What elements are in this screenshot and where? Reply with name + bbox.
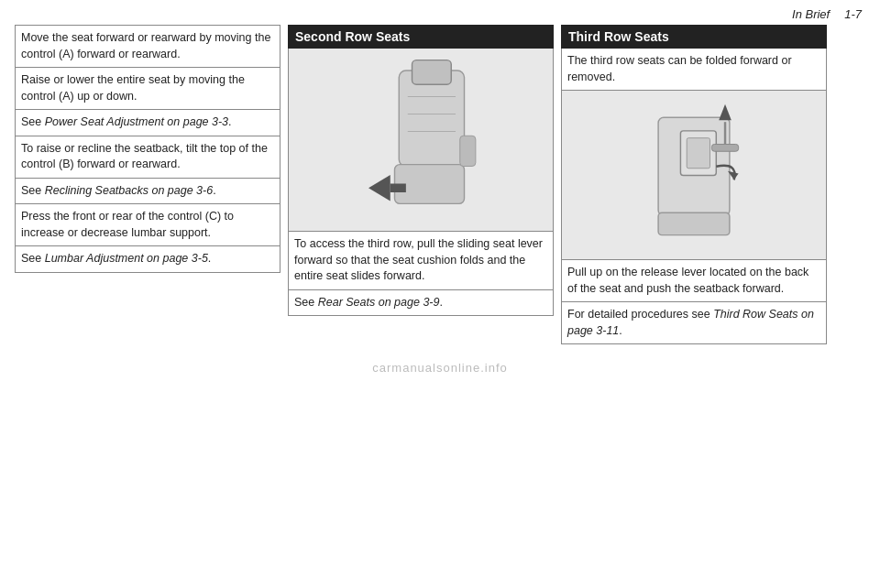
lever-svg: [630, 95, 758, 256]
svg-marker-3: [368, 175, 390, 201]
page-number: 1-7: [844, 7, 862, 21]
second-row-desc: To access the third row, pull the slidin…: [288, 232, 554, 290]
content-area: Move the seat forward or rearward by mov…: [0, 25, 880, 344]
info-row-1: Move the seat forward or rearward by mov…: [15, 25, 280, 67]
svg-rect-12: [711, 144, 738, 151]
second-row-title: Second Row Seats: [288, 25, 554, 49]
info-row-6: Press the front or rear of the control (…: [15, 203, 280, 245]
second-row-image: [288, 49, 554, 232]
svg-rect-2: [412, 60, 452, 84]
third-row-text2: Pull up on the release lever located on …: [561, 260, 827, 302]
left-column: Move the seat forward or rearward by mov…: [15, 25, 280, 344]
second-row-see: See Rear Seats on page 3‑9.: [288, 290, 554, 317]
svg-rect-16: [658, 212, 730, 234]
watermark-text: carmanualsonline.info: [372, 361, 507, 375]
svg-marker-14: [719, 103, 732, 120]
third-row-title: Third Row Seats: [561, 25, 827, 49]
third-row-text3: For detailed procedures see Third Row Se…: [561, 302, 827, 344]
third-row-image: [561, 91, 827, 260]
info-row-7: See Lumbar Adjustment on page 3‑5.: [15, 245, 280, 273]
section-title-header: In Brief: [792, 7, 830, 21]
svg-rect-4: [390, 183, 406, 192]
third-row-text1: The third row seats can be folded forwar…: [561, 49, 827, 91]
info-row-4: To raise or recline the seatback, tilt t…: [15, 136, 280, 178]
info-row-5: See Reclining Seatbacks on page 3‑6.: [15, 178, 280, 204]
info-row-3: See Power Seat Adjustment on page 3‑3.: [15, 109, 280, 136]
svg-rect-8: [460, 136, 476, 166]
svg-rect-11: [687, 137, 710, 168]
seat-svg: [347, 53, 494, 227]
info-row-2: Raise or lower the entire seat by moving…: [15, 67, 280, 109]
right-column: Third Row Seats The third row seats can …: [561, 25, 827, 344]
middle-column: Second Row Seats To acc: [288, 25, 554, 344]
page-header: In Brief 1-7: [0, 0, 880, 25]
watermark-area: carmanualsonline.info: [0, 344, 880, 375]
